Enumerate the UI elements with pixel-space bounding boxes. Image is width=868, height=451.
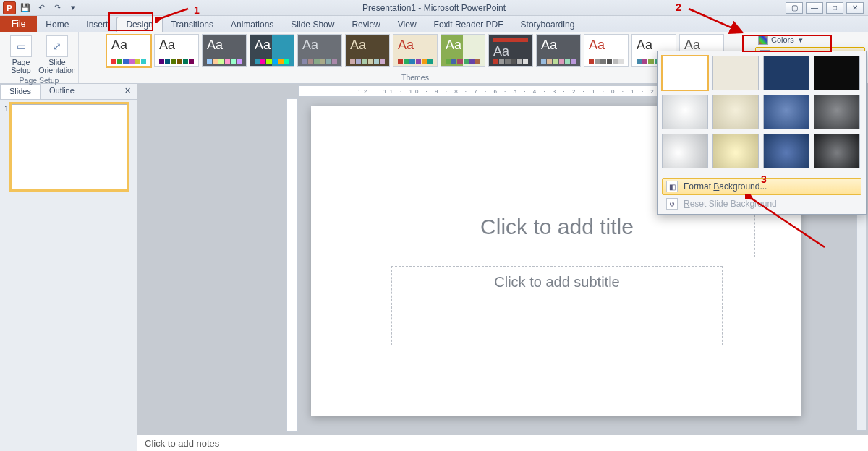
background-style-5[interactable] xyxy=(662,95,708,129)
format-background-label: Format Background... xyxy=(684,181,767,192)
theme-sample-text: Aa xyxy=(684,38,719,51)
theme-swatches xyxy=(398,59,433,64)
page-setup-button[interactable]: ▭ Page Setup xyxy=(4,34,38,74)
theme-thumb-4[interactable]: Aa xyxy=(297,34,342,67)
tab-file[interactable]: File xyxy=(0,16,37,32)
reset-slide-background-menuitem: ↺ Reset Slide Background xyxy=(662,195,861,212)
window-title: Presentation1 - Microsoft PowerPoint xyxy=(0,3,868,13)
background-style-4[interactable] xyxy=(814,56,860,90)
background-style-12[interactable] xyxy=(814,134,860,168)
theme-thumb-6[interactable]: Aa xyxy=(393,34,438,67)
theme-sample-text: Aa xyxy=(255,38,289,51)
theme-thumb-8[interactable]: Aa xyxy=(488,34,533,67)
panel-close-icon[interactable]: ✕ xyxy=(119,84,137,99)
theme-swatches xyxy=(541,59,576,64)
background-style-2[interactable] xyxy=(712,56,759,90)
slide-thumbnail-1[interactable]: 1 xyxy=(4,104,132,189)
page-setup-icon: ▭ xyxy=(10,35,32,57)
theme-thumb-1[interactable]: Aa xyxy=(154,34,199,67)
reset-background-icon: ↺ xyxy=(666,198,678,210)
theme-swatches xyxy=(255,59,289,64)
group-page-setup: ▭ Page Setup ⤢ Slide Orientation Page Se… xyxy=(0,32,79,83)
tab-view[interactable]: View xyxy=(389,17,425,32)
background-style-10[interactable] xyxy=(712,134,759,168)
ruler-vertical xyxy=(286,98,298,432)
slide-mini-preview xyxy=(12,104,127,189)
background-style-11[interactable] xyxy=(763,134,809,168)
theme-sample-text: Aa xyxy=(159,38,194,51)
theme-thumb-7[interactable]: Aa xyxy=(441,34,485,67)
colors-icon xyxy=(758,35,768,45)
theme-swatches xyxy=(302,59,337,64)
theme-thumb-3[interactable]: Aa xyxy=(250,34,294,67)
background-styles-popup: ◧ Format Background... ↺ Reset Slide Bac… xyxy=(657,51,867,215)
colors-dropdown[interactable]: Colors▾ xyxy=(755,34,865,46)
theme-swatches xyxy=(350,59,385,64)
theme-thumb-5[interactable]: Aa xyxy=(345,34,390,67)
title-bar: P 💾 ↶ ↷ ▾ Presentation1 - Microsoft Powe… xyxy=(0,0,868,16)
theme-sample-text: Aa xyxy=(111,38,146,51)
theme-thumb-9[interactable]: Aa xyxy=(536,34,581,67)
theme-sample-text: Aa xyxy=(541,38,576,51)
background-style-3[interactable] xyxy=(763,56,809,90)
theme-sample-text: Aa xyxy=(637,38,671,51)
theme-sample-text: Aa xyxy=(589,38,624,51)
reset-background-label: Reset Slide Background xyxy=(684,199,777,209)
format-background-icon: ◧ xyxy=(666,181,678,192)
group-label-page-setup: Page Setup xyxy=(20,74,59,85)
background-style-9[interactable] xyxy=(662,134,708,168)
theme-sample-text: Aa xyxy=(446,38,480,51)
panel-tab-outline[interactable]: Outline xyxy=(41,84,83,99)
notes-pane[interactable]: Click to add notes xyxy=(137,432,868,451)
tab-home[interactable]: Home xyxy=(37,17,77,32)
group-themes: AaAaAaAaAaAaAaAaAaAaAaAaAa Themes xyxy=(79,32,752,83)
tab-storyboarding[interactable]: Storyboarding xyxy=(512,17,584,32)
theme-swatches xyxy=(446,59,480,64)
tab-slideshow[interactable]: Slide Show xyxy=(282,17,343,32)
slide-orientation-button[interactable]: ⤢ Slide Orientation xyxy=(41,34,74,74)
slide-panel: Slides Outline ✕ 1 xyxy=(0,84,137,451)
separator xyxy=(662,173,861,173)
slide-number: 1 xyxy=(4,104,9,189)
tab-transitions[interactable]: Transitions xyxy=(163,17,222,32)
subtitle-placeholder[interactable]: Click to add subtitle xyxy=(391,266,723,345)
theme-swatches xyxy=(111,59,146,64)
theme-swatches xyxy=(589,59,624,64)
theme-thumb-10[interactable]: Aa xyxy=(584,34,629,67)
theme-sample-text: Aa xyxy=(350,38,385,51)
background-style-8[interactable] xyxy=(814,95,860,129)
theme-sample-text: Aa xyxy=(493,45,528,58)
theme-swatches xyxy=(493,59,528,64)
panel-tab-slides[interactable]: Slides xyxy=(0,84,41,99)
background-style-1[interactable] xyxy=(662,56,708,90)
theme-sample-text: Aa xyxy=(302,38,337,51)
theme-sample-text: Aa xyxy=(207,38,242,51)
tab-animations[interactable]: Animations xyxy=(222,17,282,32)
background-style-7[interactable] xyxy=(763,95,809,129)
tab-design[interactable]: Design xyxy=(116,17,162,32)
tab-insert[interactable]: Insert xyxy=(77,17,116,32)
theme-sample-text: Aa xyxy=(398,38,433,51)
orientation-icon: ⤢ xyxy=(46,35,68,57)
format-background-menuitem[interactable]: ◧ Format Background... xyxy=(662,178,861,195)
tab-foxit[interactable]: Foxit Reader PDF xyxy=(425,17,512,32)
theme-swatches xyxy=(207,59,242,64)
background-style-6[interactable] xyxy=(712,95,759,129)
theme-swatches xyxy=(159,59,194,64)
theme-thumb-0[interactable]: Aa xyxy=(106,34,151,67)
theme-thumb-2[interactable]: Aa xyxy=(202,34,247,67)
group-label-themes: Themes xyxy=(401,72,429,82)
ribbon-tabs: File Home Insert Design Transitions Anim… xyxy=(0,16,868,32)
tab-review[interactable]: Review xyxy=(343,17,388,32)
